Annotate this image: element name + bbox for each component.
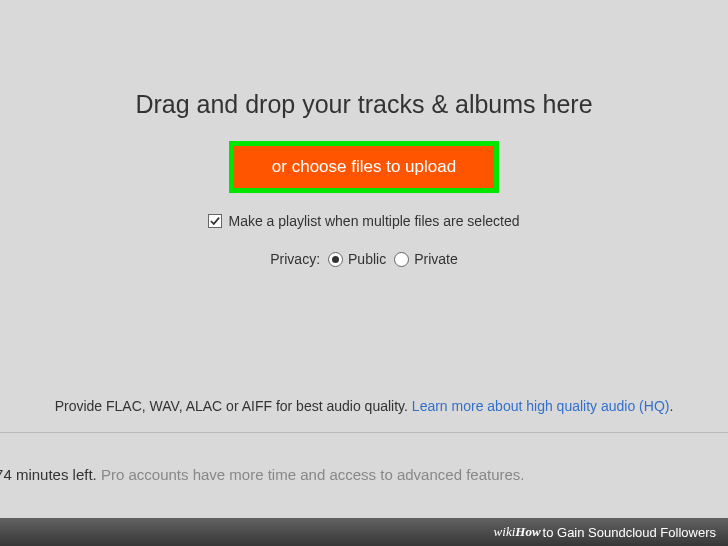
privacy-public-group[interactable]: Public [328, 251, 386, 267]
section-divider [0, 432, 728, 433]
playlist-checkbox[interactable] [208, 214, 222, 228]
privacy-row: Privacy: Public Private [0, 251, 728, 267]
upload-button-highlight: or choose files to upload [229, 141, 499, 193]
checkmark-icon [210, 216, 220, 226]
upload-area: Drag and drop your tracks & albums here … [0, 0, 728, 267]
caption-brand-b: How [515, 524, 540, 540]
playlist-option-row: Make a playlist when multiple files are … [0, 213, 728, 229]
quality-text: Provide FLAC, WAV, ALAC or AIFF for best… [55, 398, 412, 414]
privacy-private-radio[interactable] [394, 252, 409, 267]
wikihow-caption-bar: wikiHow to Gain Soundcloud Followers [0, 518, 728, 546]
upload-heading: Drag and drop your tracks & albums here [0, 90, 728, 119]
quality-info: Provide FLAC, WAV, ALAC or AIFF for best… [0, 398, 728, 414]
privacy-public-label: Public [348, 251, 386, 267]
pro-upsell-text: Pro accounts have more time and access t… [101, 466, 525, 483]
privacy-private-label: Private [414, 251, 458, 267]
minutes-left-text: have 174 minutes left. [0, 466, 101, 483]
caption-brand-a: wiki [494, 524, 516, 540]
quality-period: . [669, 398, 673, 414]
privacy-label: Privacy: [270, 251, 320, 267]
playlist-checkbox-label: Make a playlist when multiple files are … [228, 213, 519, 229]
choose-files-button[interactable]: or choose files to upload [234, 146, 494, 188]
minutes-remaining-line: have 174 minutes left. Pro accounts have… [0, 466, 525, 483]
caption-title: to Gain Soundcloud Followers [543, 525, 716, 540]
privacy-private-group[interactable]: Private [394, 251, 458, 267]
quality-link[interactable]: Learn more about high quality audio (HQ) [412, 398, 670, 414]
privacy-public-radio[interactable] [328, 252, 343, 267]
